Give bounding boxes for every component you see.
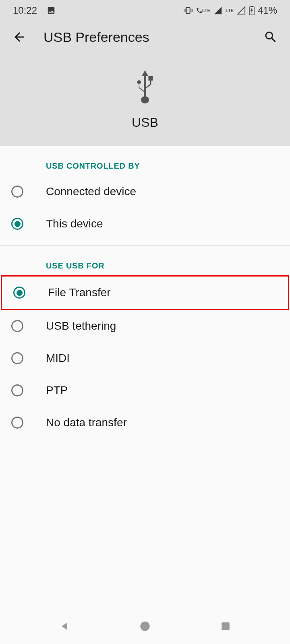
radio-circle: [13, 287, 25, 299]
app-bar: USB Preferences: [0, 21, 290, 57]
search-icon: [263, 30, 278, 44]
content: USB CONTROLLED BY Connected device This …: [0, 146, 290, 439]
page-title: USB Preferences: [44, 29, 246, 45]
navigation-bar: [0, 608, 290, 644]
radio-label: USB tethering: [46, 320, 116, 332]
nav-back-button[interactable]: [56, 618, 72, 634]
radio-circle: [11, 186, 23, 198]
radio-dot: [17, 290, 23, 296]
nav-back-icon: [59, 621, 70, 632]
status-left: 10:22: [13, 5, 56, 16]
call-lte-icon: LTE: [196, 7, 210, 14]
arrow-back-icon: [12, 30, 27, 44]
nav-home-button[interactable]: [137, 618, 153, 634]
radio-file-transfer[interactable]: File Transfer: [2, 277, 288, 309]
highlight-box: File Transfer: [1, 275, 289, 310]
usb-header-label: USB: [0, 115, 290, 130]
radio-midi[interactable]: MIDI: [0, 342, 290, 374]
radio-this-device[interactable]: This device: [0, 208, 290, 240]
nav-recent-button[interactable]: [218, 618, 234, 634]
radio-no-data-transfer[interactable]: No data transfer: [0, 407, 290, 439]
signal-icon-2: [237, 6, 246, 15]
battery-charging-icon: [249, 6, 255, 15]
header-section: USB: [0, 57, 290, 146]
status-time: 10:22: [13, 5, 37, 16]
lte-label: LTE: [226, 8, 234, 13]
usb-icon: [131, 69, 159, 107]
nav-home-icon: [139, 621, 151, 632]
radio-circle: [11, 384, 23, 396]
image-notification-icon: [47, 6, 56, 15]
radio-label: MIDI: [46, 352, 70, 365]
radio-label: No data transfer: [46, 416, 127, 429]
section-controlled-by-header: USB CONTROLLED BY: [0, 146, 290, 175]
back-button[interactable]: [11, 29, 27, 45]
radio-circle: [11, 352, 23, 364]
radio-ptp[interactable]: PTP: [0, 374, 290, 407]
radio-label: File Transfer: [48, 286, 111, 299]
status-bar: 10:22 LTE LTE 41%: [0, 0, 290, 21]
radio-connected-device[interactable]: Connected device: [0, 175, 290, 208]
vibrate-icon: [184, 6, 193, 15]
svg-point-2: [140, 621, 149, 631]
status-right: LTE LTE 41%: [184, 5, 277, 16]
section-use-for-header: USE USB FOR: [0, 246, 290, 275]
signal-icon-1: [213, 6, 222, 15]
radio-circle: [11, 320, 23, 332]
battery-percent: 41%: [258, 5, 277, 16]
nav-recent-icon: [220, 621, 231, 632]
radio-usb-tethering[interactable]: USB tethering: [0, 310, 290, 342]
radio-label: PTP: [46, 384, 68, 397]
radio-dot: [14, 221, 21, 227]
svg-rect-1: [251, 6, 253, 7]
radio-label: Connected device: [46, 185, 136, 198]
radio-circle: [11, 218, 23, 230]
radio-circle: [11, 417, 23, 429]
radio-label: This device: [46, 217, 103, 230]
svg-rect-3: [222, 622, 230, 630]
search-button[interactable]: [263, 29, 279, 45]
